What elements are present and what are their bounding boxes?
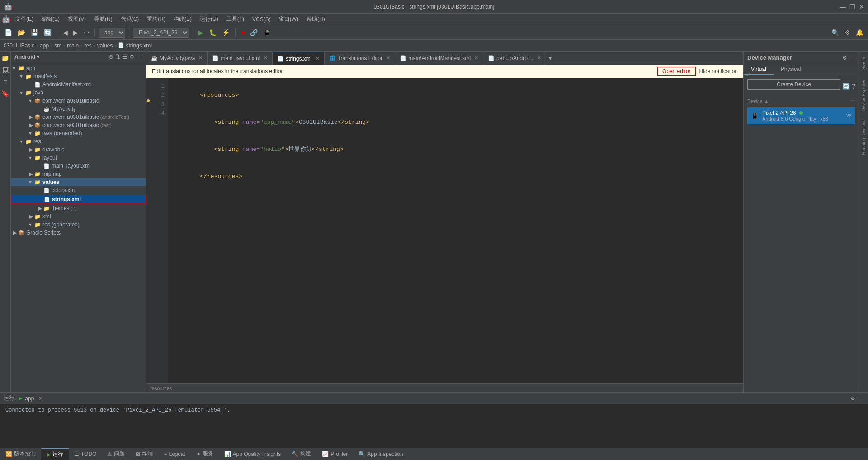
tree-item-java-generated[interactable]: ▾ 📁 java (generated) (11, 129, 146, 137)
menu-vcs[interactable]: VCS(S) (249, 15, 274, 23)
menu-build[interactable]: 构建(B) (170, 14, 195, 24)
tab-main-layout-close[interactable]: ✕ (264, 55, 268, 61)
menu-window[interactable]: 窗口(W) (275, 14, 302, 24)
tree-item-strings[interactable]: 📄 strings.xml (11, 195, 146, 204)
structure-icon[interactable]: ≡ (2, 77, 8, 87)
tab-strings[interactable]: 📄 strings.xml ✕ (273, 52, 324, 65)
close-button[interactable]: ✕ (859, 3, 864, 10)
tab-main-layout[interactable]: 📄 main_layout.xml ✕ (208, 52, 273, 65)
device-explorer-label[interactable]: Device Explorer (861, 76, 866, 115)
open-button[interactable]: 📂 (16, 28, 27, 37)
app-selector[interactable]: app (99, 28, 125, 38)
bottom-minimize-icon[interactable]: — (859, 395, 864, 402)
tab-run[interactable]: ▶ 运行 (41, 448, 69, 460)
hide-notification-button[interactable]: Hide notification (699, 67, 738, 76)
tree-item-values[interactable]: ▾ 📁 values (11, 178, 146, 186)
tab-services[interactable]: ✦ 服务 (191, 448, 219, 460)
menu-nav[interactable]: 导航(N) (90, 14, 116, 24)
forward-button[interactable]: ▶ (71, 28, 80, 37)
menu-tools[interactable]: 工具(T) (223, 14, 248, 24)
tab-debug-android-close[interactable]: ✕ (537, 55, 541, 61)
tab-logcat[interactable]: ≡ Logcat (158, 449, 190, 459)
avd-manager-button[interactable]: 📱 (261, 28, 273, 37)
tree-item-myactivity[interactable]: ☕ MyActivity (11, 105, 146, 113)
gear-icon[interactable]: ⚙ (129, 53, 135, 60)
recent-files-button[interactable]: ↩ (82, 28, 91, 37)
run-close-icon[interactable]: ✕ (38, 395, 43, 402)
breadcrumb-main[interactable]: main (67, 42, 79, 49)
refresh-devices-button[interactable]: 🔄 (842, 83, 850, 90)
stop-button[interactable]: ■ (239, 28, 246, 37)
new-file-button[interactable]: 📄 (3, 28, 14, 37)
tab-profiler[interactable]: 📈 Profiler (316, 449, 353, 459)
device-col-header[interactable]: Device ▲ (747, 99, 769, 104)
menu-file[interactable]: 文件(E) (12, 14, 37, 24)
tree-item-package-test[interactable]: ▶ 📦 com.wcm.a0301uibasic (test) (11, 121, 146, 129)
tab-overflow-button[interactable]: ▾ (546, 55, 554, 61)
tab-build[interactable]: 🔨 构建 (286, 448, 316, 460)
device-row-pixel2[interactable]: 📱 Pixel 2 API 26 Android 8.0 Google Play… (747, 107, 855, 124)
tab-version-control[interactable]: 🔀 版本控制 (0, 448, 41, 460)
settings-button[interactable]: ⚙ (843, 28, 852, 37)
breadcrumb-res[interactable]: res (84, 42, 92, 49)
profile-button[interactable]: ⚡ (220, 28, 231, 37)
tab-terminal[interactable]: ⊠ 终端 (130, 448, 158, 460)
back-button[interactable]: ◀ (61, 28, 70, 37)
tree-item-java[interactable]: ▾ 📁 java (11, 89, 146, 97)
search-everywhere-button[interactable]: 🔍 (830, 28, 841, 37)
tree-item-package-androidtest[interactable]: ▶ 📦 com.wcm.a0301uibasic (androidTest) (11, 113, 146, 121)
resource-manager-icon[interactable]: 🖼 (1, 65, 10, 75)
tree-item-res[interactable]: ▾ 📁 res (11, 137, 146, 146)
tab-todo[interactable]: ☰ TODO (69, 449, 102, 459)
breadcrumb-file[interactable]: 📄strings.xml (118, 42, 151, 49)
menu-view[interactable]: 视图(V) (64, 14, 90, 24)
tab-translations[interactable]: 🌐 Translations Editor ✕ (325, 52, 396, 65)
minimize-button[interactable]: — (840, 3, 846, 10)
menu-help[interactable]: 帮助(H) (303, 14, 329, 24)
tab-translations-close[interactable]: ✕ (386, 55, 390, 61)
code-content[interactable]: <resources> <string name="app_name">0301… (168, 78, 743, 383)
tab-androidmanifest-close[interactable]: ✕ (474, 55, 478, 61)
tree-item-main-layout[interactable]: 📄 main_layout.xml (11, 162, 146, 170)
tree-item-layout[interactable]: ▾ 📁 layout (11, 154, 146, 162)
filter-icon[interactable]: ☰ (122, 53, 127, 60)
running-devices-label[interactable]: Running Devices (861, 117, 866, 159)
bookmarks-icon[interactable]: 🔖 (0, 89, 10, 99)
tab-myactivity-close[interactable]: ✕ (198, 55, 203, 61)
save-button[interactable]: 💾 (29, 28, 40, 37)
bottom-settings-icon[interactable]: ⚙ (850, 395, 855, 402)
tab-myactivity[interactable]: ☕ MyActivity.java ✕ (146, 52, 208, 65)
sort-icon[interactable]: ⇅ (115, 53, 120, 60)
tab-problems[interactable]: ⚠ 问题 (102, 448, 130, 460)
breadcrumb-root[interactable]: 0301UIBasic (4, 42, 34, 49)
tree-item-drawable[interactable]: ▶ 📁 drawable (11, 146, 146, 154)
collapse-icon[interactable]: — (137, 53, 142, 60)
tree-item-app[interactable]: ▾ 📁 app (11, 64, 146, 72)
run-button[interactable]: ▶ (197, 28, 205, 37)
help-devices-button[interactable]: ? (852, 83, 855, 90)
tree-item-androidmanifest[interactable]: 📄 AndroidManifest.xml (11, 80, 146, 89)
tab-app-quality[interactable]: 📊 App Quality Insights (219, 449, 287, 459)
sync-button[interactable]: 🔄 (42, 28, 53, 37)
device-manager-settings-icon[interactable]: ⚙ (842, 55, 847, 61)
menu-refactor[interactable]: 重构(R) (143, 14, 169, 24)
tab-debug-android[interactable]: 📄 debug\Androi... ✕ (483, 52, 546, 65)
device-tab-physical[interactable]: Physical (774, 64, 808, 75)
device-selector[interactable]: Pixel_2_API_26 (133, 28, 189, 38)
tree-item-manifests[interactable]: ▾ 📁 manifests (11, 72, 146, 80)
scope-icon[interactable]: ⊕ (108, 53, 113, 60)
tree-item-mipmap[interactable]: ▶ 📁 mipmap (11, 170, 146, 178)
tree-item-gradle-scripts[interactable]: ▶ 📦 Gradle Scripts (11, 229, 146, 237)
device-more-icon[interactable]: ⋯ (850, 98, 855, 104)
menu-edit[interactable]: 编辑(E) (38, 14, 63, 24)
tab-app-inspection[interactable]: 🔍 App Inspection (353, 449, 408, 459)
device-manager-close-icon[interactable]: — (850, 55, 855, 61)
notifications-button[interactable]: 🔔 (854, 28, 865, 37)
restore-button[interactable]: ❐ (849, 3, 855, 10)
breadcrumb-app[interactable]: app (40, 42, 49, 49)
project-icon[interactable]: 📁 (0, 53, 10, 63)
gradle-side-label[interactable]: Gradle (861, 53, 866, 74)
menu-code[interactable]: 代码(C) (117, 14, 143, 24)
menu-run[interactable]: 运行(U) (196, 14, 222, 24)
open-editor-button[interactable]: Open editor (657, 67, 696, 76)
